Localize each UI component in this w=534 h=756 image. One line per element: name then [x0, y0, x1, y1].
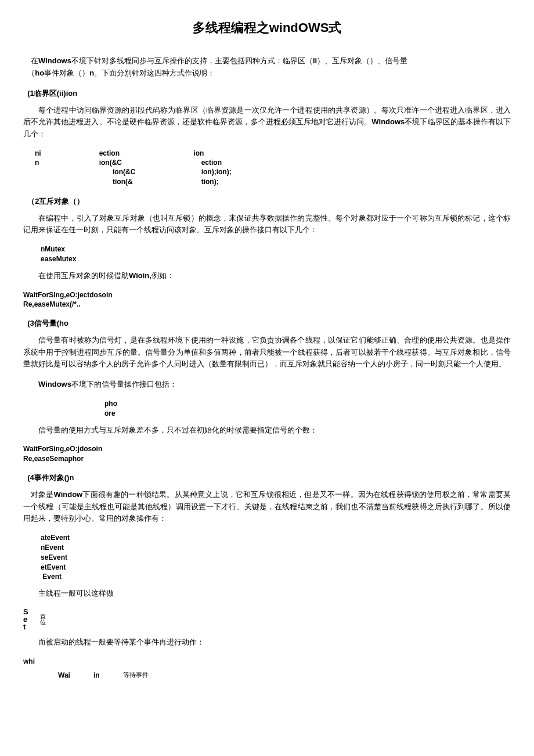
intro-text-1: 在: [31, 56, 38, 65]
intro-text-2: 不境下针对多线程同步与互斥操作的支持，主要包括四种方式：临界区（: [71, 56, 313, 65]
intro-para: 在Windows不境下针对多线程同步与互斥操作的支持，主要包括四种方式：临界区（…: [23, 55, 511, 80]
section-4-set-row: S e t 置 位: [23, 608, 511, 631]
s3-mid-tail: 不境下的信号量操作接口包括：: [71, 380, 177, 388]
set-big: S e t: [23, 608, 28, 631]
frag-col-3: ion ection ion);ion); tion);: [193, 149, 231, 186]
s2-mid-1: 在使用互斥对象的时候借助: [38, 271, 129, 280]
section-2-title: （2互斥对象（）: [23, 196, 511, 208]
section-3-mid-2: 信号量的使用方式与互斥对象差不多，只不过在初始化的时候需要指定信号的个数：: [23, 424, 511, 437]
s4-bold-window: Window: [54, 490, 83, 499]
intro-text-5: 事件对象（）: [44, 69, 89, 77]
in-frag: in: [93, 670, 100, 681]
set-small: 置 位: [40, 614, 46, 625]
section-1-para: 每个进程中访问临界资源的那段代码称为临界区（临界资源是一次仅允许一个进程使用的共…: [23, 105, 511, 141]
section-4-code-1: ateEvent nEvent seEvent etEvent Event: [41, 533, 511, 582]
intro-bold-n: n: [89, 69, 94, 77]
s3-bold-windows: Windows: [38, 380, 71, 388]
section-4-title: (4事件对象()n: [23, 472, 511, 484]
s4-text-1: 对象是: [31, 490, 54, 499]
frag-col-2: ection ion(&C ion(&C tion(&: [99, 149, 136, 186]
section-3-title: (3信号量(ho: [23, 318, 511, 330]
section-3-mid-1: Windows不境下的信号量操作接口包括：: [23, 379, 511, 391]
section-3-code-2: WaitForSing,eO:jdosoin Re,easeSemaphor: [23, 444, 511, 464]
section-4-wait-block: whi Wai in 等待事件: [23, 657, 511, 681]
intro-bold-windows: Windows: [38, 56, 71, 65]
wai-frag: Wai: [58, 670, 70, 681]
section-2-code-1: nMutex easeMutex: [41, 244, 511, 264]
whi-frag: whi: [23, 657, 511, 667]
s2-mid-bold: Wioin,: [129, 271, 151, 280]
wait-note: 等待事件: [123, 670, 149, 681]
section-4-para: 对象是Window下面很有趣的一种锁结果。从某种意义上说，它和互斥锁很相近，但是…: [23, 489, 511, 525]
s2-mid-2: 例如：: [151, 271, 174, 280]
section-4-mid-1: 主线程一般可以这样做: [23, 588, 511, 600]
intro-text-4: （: [27, 69, 35, 77]
s4-text-2: 下面很有趣的一种锁结果。从某种意义上说，它和互斥锁很相近，但是又不一样。因为在线…: [23, 490, 511, 523]
intro-text-3: ）、互斥对象（）、信号量: [317, 56, 407, 65]
s1-bold-windows: Windows: [371, 117, 405, 126]
section-4-mid-2: 而被启动的线程一般要等待某个事件再进行动作：: [23, 636, 511, 649]
section-3-para: 信号量有时被称为信号灯，是在多线程环境下使用的一种设施，它负责协调各个线程，以保…: [23, 334, 511, 370]
section-2-code-2: WaitForSing,eO:jectdosoin Re,easeMutex(/…: [23, 290, 511, 310]
section-1-code-fragments: ni n ection ion(&C ion(&C tion(& ion ect…: [35, 149, 511, 186]
section-3-code-1: pho ore: [104, 399, 511, 419]
section-2-mid: 在使用互斥对象的时候借助Wioin,例如：: [23, 270, 511, 282]
frag-col-1: ni n: [35, 149, 41, 186]
section-2-para: 在编程中，引入了对象互斥对象（也叫互斥锁）的概念，来保证共享数据操作的完整性。每…: [23, 213, 511, 237]
intro-text-6: 。下面分别针对这四种方式作说明：: [94, 69, 215, 77]
page-title: 多线程编程之windOWS式: [23, 17, 511, 38]
intro-bold-ho: ho: [35, 69, 44, 77]
section-1-title: (1临界区(ii)ion: [23, 88, 511, 100]
